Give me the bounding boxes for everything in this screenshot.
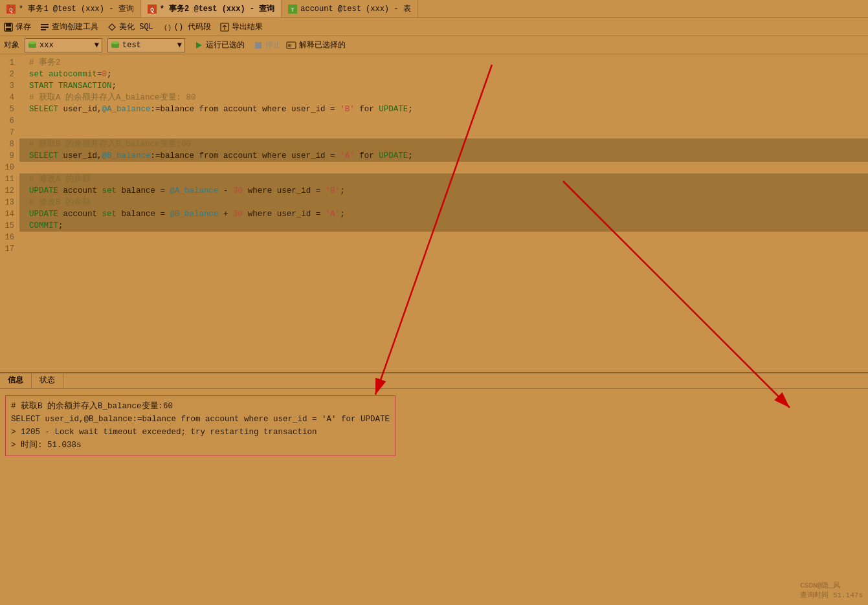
svg-point-18 — [111, 41, 119, 44]
info-line-1: SELECT user_id,@B_balance:=balance from … — [11, 413, 390, 426]
code-line-3: 3 START TRANSACTION; — [0, 80, 868, 92]
line-number: 2 — [0, 69, 19, 80]
tab-transaction2[interactable]: Q * 事务2 @test (xxx) - 查询 — [141, 0, 282, 17]
save-button[interactable]: 保存 — [4, 21, 31, 32]
code-line-17: 17 — [0, 243, 868, 255]
run-button[interactable]: 运行已选的 — [190, 38, 249, 52]
line-number: 17 — [0, 243, 19, 255]
code-line-4: 4 # 获取A 的余额并存入A_balance变量: 80 — [0, 92, 868, 104]
export-button[interactable]: 导出结果 — [220, 21, 263, 32]
schema-select[interactable]: xxx ▼ — [25, 38, 102, 52]
info-line-2: > 1205 - Lock wait timeout exceeded; try… — [11, 426, 390, 439]
line-content[interactable]: SELECT user_id,@A_balance:=balance from … — [19, 104, 868, 115]
stop-button[interactable]: 停止 — [254, 39, 281, 50]
svg-text:Q: Q — [9, 7, 12, 14]
explain-button[interactable]: ⊞ 解释已选择的 — [286, 39, 346, 50]
table-icon: T — [288, 5, 297, 14]
svg-rect-11 — [41, 29, 46, 30]
code-line-14: 14 UPDATE account set balance = @B_balan… — [0, 208, 868, 220]
code-line-8: 8 # 获取B 的余额并存入B_balance变量:60 — [0, 138, 868, 150]
line-number: 7 — [0, 127, 19, 138]
code-line-13: 13 # 修改B 的余额 — [0, 197, 868, 208]
line-content[interactable]: # 获取B 的余额并存入B_balance变量:60 — [19, 138, 868, 150]
code-line-11: 11 # 修改A 的余额 — [0, 173, 868, 185]
query-icon-2: Q — [148, 5, 157, 14]
error-info-box: # 获取B 的余额并存入B_balance变量:60SELECT user_id… — [5, 395, 395, 456]
panel-info-content: # 获取B 的余额并存入B_balance变量:60SELECT user_id… — [0, 389, 868, 460]
svg-rect-8 — [6, 28, 11, 30]
code-editor[interactable]: 1 # 事务22 set autocommit=0;3 START TRANSA… — [0, 54, 868, 413]
line-number: 12 — [0, 185, 19, 197]
line-number: 5 — [0, 104, 19, 115]
code-line-12: 12 UPDATE account set balance = @A_balan… — [0, 185, 868, 197]
svg-marker-19 — [196, 42, 202, 49]
line-number: 6 — [0, 115, 19, 127]
svg-rect-10 — [41, 27, 49, 28]
line-content[interactable]: # 修改B 的余额 — [19, 197, 868, 208]
save-icon — [4, 23, 13, 32]
stop-icon — [254, 41, 263, 50]
line-content[interactable]: # 获取A 的余额并存入A_balance变量: 80 — [19, 92, 868, 104]
info-line-3: > 时间: 51.038s — [11, 439, 390, 452]
main-toolbar: 保存 查询创建工具 美化 SQL () () 代码段 导出结果 — [0, 18, 868, 36]
query-builder-button[interactable]: 查询创建工具 — [40, 21, 98, 32]
code-line-1: 1 # 事务2 — [0, 57, 868, 69]
code-line-6: 6 — [0, 115, 868, 127]
panel-tab-bar: 信息 状态 — [0, 373, 868, 389]
line-content[interactable]: START TRANSACTION; — [19, 80, 868, 92]
beautify-button[interactable]: 美化 SQL — [107, 21, 153, 32]
beautify-icon — [107, 23, 117, 32]
line-content[interactable]: # 事务2 — [19, 57, 868, 69]
info-tab[interactable]: 信息 — [0, 373, 32, 388]
info-line-0: # 获取B 的余额并存入B_balance变量:60 — [11, 400, 390, 413]
bottom-panel: 信息 状态 # 获取B 的余额并存入B_balance变量:60SELECT u… — [0, 372, 868, 605]
tab3-label: account @test (xxx) - 表 — [300, 3, 410, 14]
svg-rect-20 — [255, 42, 262, 49]
code-line-15: 15 COMMIT; — [0, 220, 868, 232]
line-content[interactable]: SELECT user_id,@B_balance:=balance from … — [19, 150, 868, 162]
line-content[interactable]: UPDATE account set balance = @B_balance … — [19, 208, 868, 220]
line-number: 1 — [0, 57, 19, 69]
code-snippet-button[interactable]: () () 代码段 — [162, 21, 212, 32]
query-toolbar: 对象 xxx ▼ test ▼ 运行已选的 停止 ⊞ 解释已选择的 — [0, 36, 868, 54]
line-content[interactable]: # 修改A 的余额 — [19, 173, 868, 185]
tab-account[interactable]: T account @test (xxx) - 表 — [282, 0, 417, 17]
svg-text:T: T — [291, 7, 295, 14]
db-select[interactable]: test ▼ — [107, 38, 185, 52]
svg-text:Q: Q — [150, 7, 154, 14]
query-icon-1: Q — [6, 5, 16, 14]
line-number: 4 — [0, 92, 19, 104]
export-icon — [220, 23, 229, 32]
svg-rect-9 — [41, 24, 49, 25]
code-line-16: 16 — [0, 232, 868, 243]
line-number: 9 — [0, 150, 19, 162]
schema-icon — [111, 41, 120, 50]
code-icon: () — [162, 23, 172, 32]
code-line-9: 9 SELECT user_id,@B_balance:=balance fro… — [0, 150, 868, 162]
explain-icon: ⊞ — [286, 41, 296, 50]
db-icon — [28, 41, 37, 50]
run-icon — [194, 41, 203, 50]
line-number: 11 — [0, 173, 19, 185]
code-line-5: 5 SELECT user_id,@A_balance:=balance fro… — [0, 104, 868, 115]
tab-bar: Q * 事务1 @test (xxx) - 查询 Q * 事务2 @test (… — [0, 0, 868, 18]
line-number: 14 — [0, 208, 19, 220]
builder-icon — [40, 23, 49, 32]
code-line-2: 2 set autocommit=0; — [0, 69, 868, 80]
status-tab[interactable]: 状态 — [32, 373, 63, 388]
line-number: 13 — [0, 197, 19, 208]
line-content[interactable]: UPDATE account set balance = @A_balance … — [19, 185, 868, 197]
line-content[interactable]: COMMIT; — [19, 220, 868, 232]
line-number: 8 — [0, 138, 19, 150]
line-number: 16 — [0, 232, 19, 243]
line-number: 10 — [0, 162, 19, 173]
line-content[interactable]: set autocommit=0; — [19, 69, 868, 80]
object-label: 对象 — [4, 39, 19, 50]
tab1-label: * 事务1 @test (xxx) - 查询 — [19, 3, 134, 14]
line-number: 3 — [0, 80, 19, 92]
watermark: CSDN@隐_风 查询时间 51.147s — [800, 580, 863, 600]
svg-text:(): () — [164, 25, 172, 32]
tab-transaction1[interactable]: Q * 事务1 @test (xxx) - 查询 — [0, 0, 141, 17]
code-line-7: 7 — [0, 127, 868, 138]
line-number: 15 — [0, 220, 19, 232]
